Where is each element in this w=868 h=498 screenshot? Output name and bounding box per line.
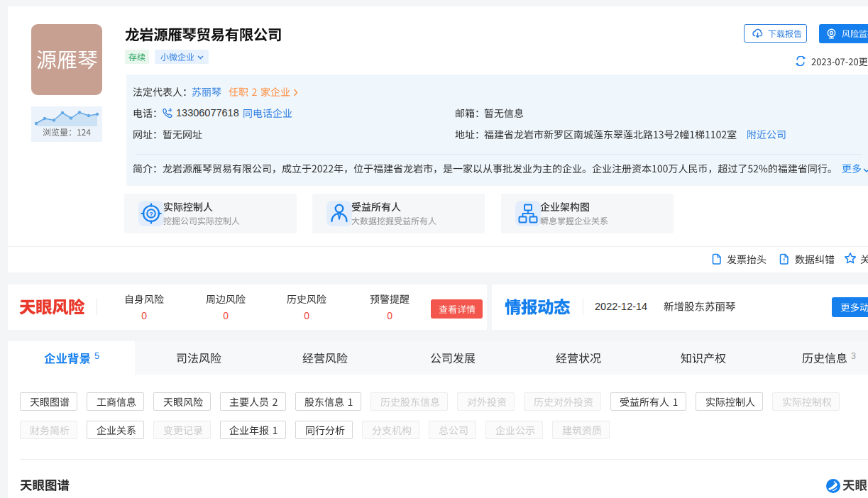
svg-text:?: ?: [149, 211, 153, 218]
